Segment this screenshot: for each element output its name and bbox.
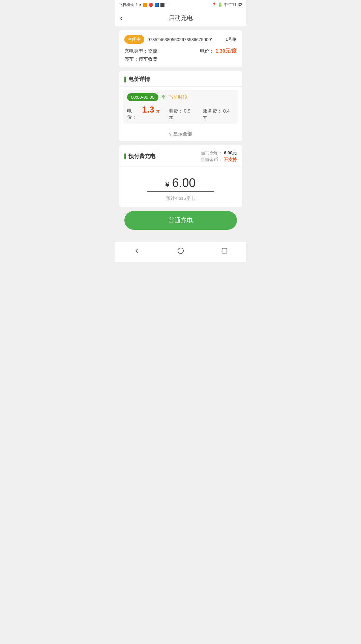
nav-recent-button[interactable] — [220, 246, 229, 255]
nav-bar: ‹ 启动充电 — [115, 10, 246, 26]
charger-info-section: 空闲中 973524638055026735866759001 1号枪 充电类型… — [119, 30, 242, 67]
nav-back-button[interactable] — [132, 246, 142, 255]
charger-id: 973524638055026735866759001 — [148, 37, 222, 42]
price-period: 00:00-00:00 平 当前时段 电价： 1.3 元 电费： 0.9元 服务… — [123, 90, 238, 124]
prepay-header: 预付费充电 当前余额： 6.00元 当前金币： 不支持 — [119, 145, 242, 166]
coin-label: 当前金币： — [201, 157, 222, 162]
period-header: 00:00-00:00 平 当前时段 — [127, 93, 234, 101]
electric-fee: 电费： 0.9元 — [169, 108, 195, 120]
charge-type-label: 充电类型： — [124, 48, 148, 54]
price-detail-title: 电价详情 — [128, 76, 150, 83]
balance-row: 当前余额： 6.00元 — [201, 150, 237, 156]
balance-value: 6.00元 — [224, 150, 237, 155]
period-time-badge: 00:00-00:00 — [127, 93, 158, 101]
charger-header: 空闲中 973524638055026735866759001 1号枪 — [124, 35, 237, 44]
parking-row: 停车： 停车收费 — [124, 56, 237, 62]
show-all-label: 显示全部 — [173, 131, 192, 137]
prepay-title-group: 预付费充电 — [124, 153, 155, 160]
back-button[interactable]: ‹ — [120, 14, 123, 22]
nav-home-button[interactable] — [176, 246, 185, 255]
parking-label: 停车： — [124, 56, 139, 62]
prepay-amount: ¥ 6.00 预计4.615度电 — [119, 166, 242, 207]
price-value-big: 1.3 — [142, 104, 154, 115]
amount-value: 6.00 — [172, 176, 196, 190]
service-fee-label: 服务费： — [203, 108, 222, 114]
amount-estimate: 预计4.615度电 — [166, 195, 195, 202]
period-type: 平 — [161, 94, 166, 100]
coin-value: 不支持 — [224, 157, 237, 162]
gun-label: 1号枪 — [225, 36, 237, 42]
show-all-button[interactable]: ∨ 显示全部 — [119, 127, 242, 141]
prepay-meta: 当前余额： 6.00元 当前金币： 不支持 — [201, 150, 237, 163]
chevron-down-icon: ∨ — [169, 132, 172, 136]
price-label: 电价： — [127, 108, 141, 120]
status-right: 📍 🔋 中午11:32 — [212, 2, 242, 8]
price-unit: 元 — [156, 108, 160, 114]
status-left: 飞行模式 ⇧ ➤ 🟧 🔴 🟦 ⬛ ··· — [119, 2, 169, 7]
price-detail-header: 电价详情 — [119, 71, 242, 87]
balance-label: 当前余额： — [201, 150, 223, 155]
prepay-card: 预付费充电 当前余额： 6.00元 当前金币： 不支持 ¥ 6.00 预计4.6… — [119, 145, 242, 207]
price-label: 电价： — [200, 48, 214, 54]
coin-row: 当前金币： 不支持 — [201, 157, 237, 163]
status-left-text: 飞行模式 ⇧ ➤ 🟧 🔴 🟦 ⬛ ··· — [119, 2, 169, 7]
electric-fee-label: 电费： — [169, 108, 183, 114]
charger-meta: 充电类型： 交流 电价： 1.30元/度 停车： 停车收费 — [124, 48, 237, 62]
period-prices: 电价： 1.3 元 电费： 0.9元 服务费： 0.4元 — [127, 104, 234, 120]
svg-rect-1 — [222, 248, 227, 253]
status-bar: 飞行模式 ⇧ ➤ 🟧 🔴 🟦 ⬛ ··· 📍 🔋 中午11:32 — [115, 0, 246, 10]
charge-type-row: 充电类型： 交流 电价： 1.30元/度 — [124, 48, 237, 54]
parking-value: 停车收费 — [139, 56, 157, 62]
amount-row: ¥ 6.00 — [147, 176, 214, 192]
main-price: 电价： 1.3 元 — [127, 104, 160, 120]
main-content: 空闲中 973524638055026735866759001 1号枪 充电类型… — [115, 26, 246, 239]
status-badge: 空闲中 — [124, 35, 144, 44]
status-time: 📍 🔋 中午11:32 — [212, 2, 242, 8]
price-detail-card: 电价详情 00:00-00:00 平 当前时段 电价： 1.3 元 电费： 0.… — [119, 71, 242, 141]
service-fee: 服务费： 0.4元 — [203, 108, 234, 120]
period-current: 当前时段 — [169, 94, 187, 100]
currency-symbol: ¥ — [165, 180, 169, 189]
price-value: 1.30元/度 — [215, 48, 237, 54]
prepay-title: 预付费充电 — [128, 153, 155, 160]
charge-button[interactable]: 普通充电 — [124, 211, 237, 230]
charge-type-value: 交流 — [148, 48, 157, 54]
card-accent — [124, 76, 126, 83]
page-title: 启动充电 — [169, 14, 193, 22]
prepay-accent — [124, 153, 126, 159]
bottom-nav — [115, 242, 246, 262]
svg-point-0 — [178, 248, 183, 254]
